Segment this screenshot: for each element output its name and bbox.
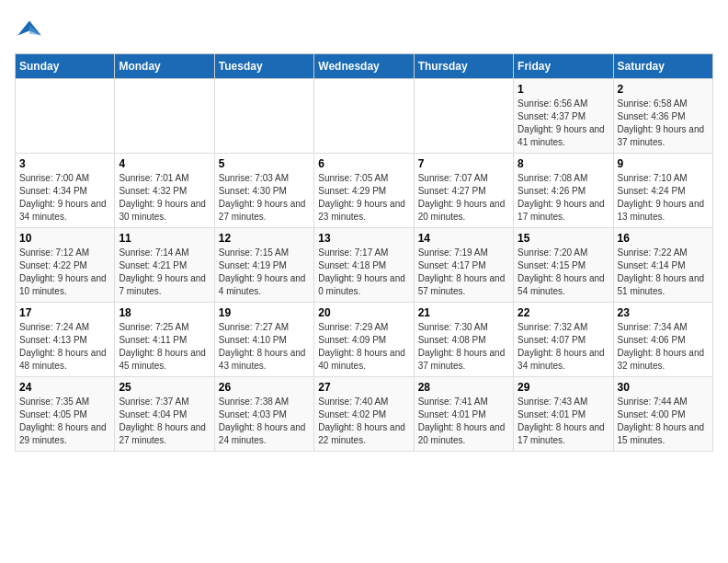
day-detail: Sunrise: 7:00 AM Sunset: 4:34 PM Dayligh… xyxy=(19,172,110,224)
calendar-cell: 18Sunrise: 7:25 AM Sunset: 4:11 PM Dayli… xyxy=(115,303,214,377)
day-number: 15 xyxy=(518,232,609,245)
day-detail: Sunrise: 7:29 AM Sunset: 4:09 PM Dayligh… xyxy=(318,321,409,373)
calendar-cell: 2Sunrise: 6:58 AM Sunset: 4:36 PM Daylig… xyxy=(613,79,712,154)
day-number: 25 xyxy=(119,381,210,394)
day-number: 28 xyxy=(418,381,509,394)
calendar-cell xyxy=(16,79,115,154)
day-number: 30 xyxy=(618,381,709,394)
day-detail: Sunrise: 7:38 AM Sunset: 4:03 PM Dayligh… xyxy=(219,396,310,447)
calendar-cell: 5Sunrise: 7:03 AM Sunset: 4:30 PM Daylig… xyxy=(214,154,313,228)
calendar-cell: 14Sunrise: 7:19 AM Sunset: 4:17 PM Dayli… xyxy=(414,228,513,303)
week-row-3: 10Sunrise: 7:12 AM Sunset: 4:22 PM Dayli… xyxy=(16,228,713,303)
calendar-cell: 7Sunrise: 7:07 AM Sunset: 4:27 PM Daylig… xyxy=(414,154,513,228)
calendar-table: SundayMondayTuesdayWednesdayThursdayFrid… xyxy=(15,53,713,452)
day-detail: Sunrise: 7:41 AM Sunset: 4:01 PM Dayligh… xyxy=(418,396,509,447)
day-number: 11 xyxy=(119,232,210,245)
calendar-cell: 3Sunrise: 7:00 AM Sunset: 4:34 PM Daylig… xyxy=(16,154,115,228)
day-header-sunday: Sunday xyxy=(16,54,115,79)
day-number: 9 xyxy=(618,157,709,170)
calendar-cell: 19Sunrise: 7:27 AM Sunset: 4:10 PM Dayli… xyxy=(214,303,313,377)
calendar-cell: 15Sunrise: 7:20 AM Sunset: 4:15 PM Dayli… xyxy=(514,228,613,303)
week-row-5: 24Sunrise: 7:35 AM Sunset: 4:05 PM Dayli… xyxy=(16,377,713,452)
calendar-cell: 27Sunrise: 7:40 AM Sunset: 4:02 PM Dayli… xyxy=(314,377,414,452)
calendar-cell: 6Sunrise: 7:05 AM Sunset: 4:29 PM Daylig… xyxy=(314,154,414,228)
day-detail: Sunrise: 7:05 AM Sunset: 4:29 PM Dayligh… xyxy=(318,172,409,224)
day-detail: Sunrise: 6:58 AM Sunset: 4:36 PM Dayligh… xyxy=(618,98,709,149)
calendar-cell: 1Sunrise: 6:56 AM Sunset: 4:37 PM Daylig… xyxy=(514,79,613,154)
calendar-cell: 29Sunrise: 7:43 AM Sunset: 4:01 PM Dayli… xyxy=(514,377,613,452)
day-number: 8 xyxy=(518,157,609,170)
calendar-cell: 20Sunrise: 7:29 AM Sunset: 4:09 PM Dayli… xyxy=(314,303,414,377)
day-detail: Sunrise: 7:32 AM Sunset: 4:07 PM Dayligh… xyxy=(518,321,609,373)
day-number: 18 xyxy=(119,306,210,319)
day-detail: Sunrise: 7:07 AM Sunset: 4:27 PM Dayligh… xyxy=(418,172,509,224)
calendar-cell: 17Sunrise: 7:24 AM Sunset: 4:13 PM Dayli… xyxy=(16,303,115,377)
calendar-cell xyxy=(314,79,414,154)
day-detail: Sunrise: 7:30 AM Sunset: 4:08 PM Dayligh… xyxy=(418,321,509,373)
day-number: 1 xyxy=(518,83,609,96)
day-number: 24 xyxy=(19,381,110,394)
day-header-friday: Friday xyxy=(514,54,613,79)
day-number: 2 xyxy=(618,83,709,96)
calendar-cell: 13Sunrise: 7:17 AM Sunset: 4:18 PM Dayli… xyxy=(314,228,414,303)
day-detail: Sunrise: 7:40 AM Sunset: 4:02 PM Dayligh… xyxy=(318,396,409,447)
day-detail: Sunrise: 7:01 AM Sunset: 4:32 PM Dayligh… xyxy=(119,172,210,224)
day-detail: Sunrise: 7:17 AM Sunset: 4:18 PM Dayligh… xyxy=(318,247,409,298)
day-number: 4 xyxy=(119,157,210,170)
day-number: 27 xyxy=(318,381,409,394)
day-number: 23 xyxy=(618,306,709,319)
day-number: 21 xyxy=(418,306,509,319)
calendar-cell: 30Sunrise: 7:44 AM Sunset: 4:00 PM Dayli… xyxy=(613,377,712,452)
day-number: 6 xyxy=(318,157,409,170)
calendar-cell: 26Sunrise: 7:38 AM Sunset: 4:03 PM Dayli… xyxy=(214,377,313,452)
day-number: 10 xyxy=(19,232,110,245)
calendar-cell xyxy=(214,79,313,154)
day-header-monday: Monday xyxy=(115,54,214,79)
day-number: 7 xyxy=(418,157,509,170)
day-detail: Sunrise: 7:19 AM Sunset: 4:17 PM Dayligh… xyxy=(418,247,509,298)
calendar-cell: 28Sunrise: 7:41 AM Sunset: 4:01 PM Dayli… xyxy=(414,377,513,452)
header-row: SundayMondayTuesdayWednesdayThursdayFrid… xyxy=(16,54,713,79)
day-detail: Sunrise: 7:25 AM Sunset: 4:11 PM Dayligh… xyxy=(119,321,210,373)
day-detail: Sunrise: 7:14 AM Sunset: 4:21 PM Dayligh… xyxy=(119,247,210,298)
calendar-cell: 24Sunrise: 7:35 AM Sunset: 4:05 PM Dayli… xyxy=(16,377,115,452)
week-row-1: 1Sunrise: 6:56 AM Sunset: 4:37 PM Daylig… xyxy=(16,79,713,154)
calendar-cell: 25Sunrise: 7:37 AM Sunset: 4:04 PM Dayli… xyxy=(115,377,214,452)
day-number: 20 xyxy=(318,306,409,319)
day-detail: Sunrise: 7:27 AM Sunset: 4:10 PM Dayligh… xyxy=(219,321,310,373)
day-detail: Sunrise: 7:44 AM Sunset: 4:00 PM Dayligh… xyxy=(618,396,709,447)
day-header-thursday: Thursday xyxy=(414,54,513,79)
calendar-cell: 8Sunrise: 7:08 AM Sunset: 4:26 PM Daylig… xyxy=(514,154,613,228)
day-detail: Sunrise: 7:03 AM Sunset: 4:30 PM Dayligh… xyxy=(219,172,310,224)
day-number: 3 xyxy=(19,157,110,170)
day-header-wednesday: Wednesday xyxy=(314,54,414,79)
week-row-4: 17Sunrise: 7:24 AM Sunset: 4:13 PM Dayli… xyxy=(16,303,713,377)
header xyxy=(15,15,713,44)
calendar-cell: 23Sunrise: 7:34 AM Sunset: 4:06 PM Dayli… xyxy=(613,303,712,377)
day-number: 22 xyxy=(518,306,609,319)
day-detail: Sunrise: 7:10 AM Sunset: 4:24 PM Dayligh… xyxy=(618,172,709,224)
logo-icon xyxy=(15,15,44,44)
day-detail: Sunrise: 7:37 AM Sunset: 4:04 PM Dayligh… xyxy=(119,396,210,447)
day-number: 19 xyxy=(219,306,310,319)
day-number: 26 xyxy=(219,381,310,394)
day-number: 13 xyxy=(318,232,409,245)
calendar-cell xyxy=(414,79,513,154)
logo xyxy=(15,15,48,44)
day-number: 29 xyxy=(518,381,609,394)
day-detail: Sunrise: 7:43 AM Sunset: 4:01 PM Dayligh… xyxy=(518,396,609,447)
day-detail: Sunrise: 6:56 AM Sunset: 4:37 PM Dayligh… xyxy=(518,98,609,149)
day-header-tuesday: Tuesday xyxy=(214,54,313,79)
day-number: 17 xyxy=(19,306,110,319)
calendar-cell: 10Sunrise: 7:12 AM Sunset: 4:22 PM Dayli… xyxy=(16,228,115,303)
day-detail: Sunrise: 7:08 AM Sunset: 4:26 PM Dayligh… xyxy=(518,172,609,224)
day-detail: Sunrise: 7:20 AM Sunset: 4:15 PM Dayligh… xyxy=(518,247,609,298)
day-number: 12 xyxy=(219,232,310,245)
calendar-cell: 11Sunrise: 7:14 AM Sunset: 4:21 PM Dayli… xyxy=(115,228,214,303)
calendar-cell: 21Sunrise: 7:30 AM Sunset: 4:08 PM Dayli… xyxy=(414,303,513,377)
day-detail: Sunrise: 7:15 AM Sunset: 4:19 PM Dayligh… xyxy=(219,247,310,298)
day-number: 5 xyxy=(219,157,310,170)
day-detail: Sunrise: 7:24 AM Sunset: 4:13 PM Dayligh… xyxy=(19,321,110,373)
day-detail: Sunrise: 7:22 AM Sunset: 4:14 PM Dayligh… xyxy=(618,247,709,298)
week-row-2: 3Sunrise: 7:00 AM Sunset: 4:34 PM Daylig… xyxy=(16,154,713,228)
